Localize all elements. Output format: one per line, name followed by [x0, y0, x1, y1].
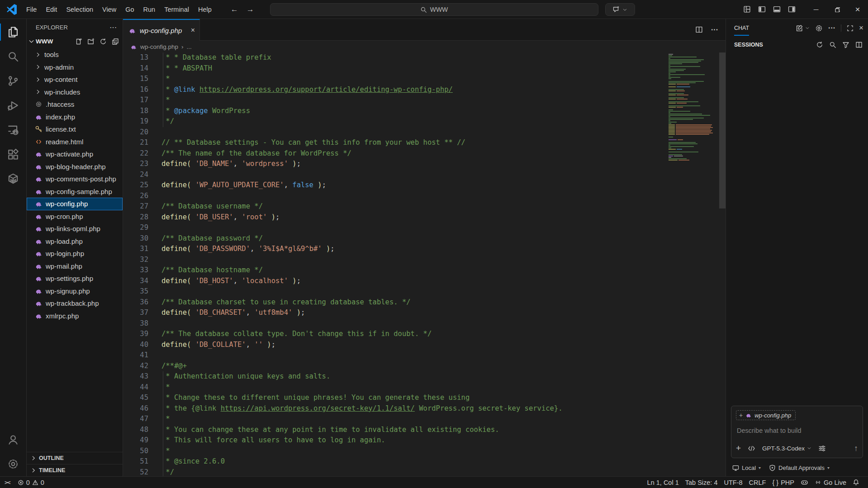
code-mode-icon[interactable] — [748, 445, 755, 452]
code-editor[interactable]: 13 * * Database table prefix14 * * ABSPA… — [123, 52, 726, 476]
collapse-folders-icon[interactable] — [112, 38, 119, 45]
code-line-21[interactable]: 21// ** Database settings - You can get … — [123, 137, 726, 148]
folder-wp-content[interactable]: wp-content — [27, 73, 123, 86]
code-line-29[interactable]: 29 — [123, 223, 726, 233]
refresh-sessions-icon[interactable] — [816, 41, 823, 48]
file-readme.html[interactable]: readme.html — [27, 136, 123, 148]
copilot-chat-button[interactable] — [605, 3, 635, 16]
activity-settings-gear-icon[interactable] — [0, 452, 26, 476]
code-line-14[interactable]: 14 * * ABSPATH — [123, 63, 726, 74]
context-chip[interactable]: + wp-config.php — [736, 410, 796, 420]
eol-indicator[interactable]: CRLF — [746, 479, 769, 486]
new-file-icon[interactable] — [75, 38, 82, 45]
chevron-down-icon[interactable] — [805, 26, 810, 30]
file-wp-links-opml.php[interactable]: wp-links-opml.php — [27, 223, 123, 235]
activity-files-icon[interactable] — [0, 20, 26, 44]
folder-tools[interactable]: tools — [27, 48, 123, 61]
file-wp-activate.php[interactable]: wp-activate.php — [27, 148, 123, 161]
file-license.txt[interactable]: license.txt — [27, 123, 123, 136]
code-line-18[interactable]: 18 * @package WordPress — [123, 106, 726, 117]
code-line-52[interactable]: 52 */ — [123, 467, 726, 477]
menu-view[interactable]: View — [98, 3, 121, 16]
code-line-41[interactable]: 41 — [123, 350, 726, 361]
menu-go[interactable]: Go — [121, 3, 138, 16]
send-button[interactable]: ↑ — [854, 444, 858, 453]
menu-selection[interactable]: Selection — [62, 3, 98, 16]
code-line-16[interactable]: 16 * @link https://wordpress.org/support… — [123, 85, 726, 95]
environment-selector[interactable]: Local ▾ — [732, 464, 761, 471]
folder-wp-admin[interactable]: wp-admin — [27, 61, 123, 74]
file-.htaccess[interactable]: .htaccess — [27, 98, 123, 111]
minimize-button[interactable]: ─ — [806, 0, 826, 19]
file-wp-blog-header.php[interactable]: wp-blog-header.php — [27, 161, 123, 173]
code-line-23[interactable]: 23define( 'DB_NAME', 'wordpress' ); — [123, 159, 726, 170]
forward-button[interactable]: → — [244, 5, 257, 14]
file-wp-load.php[interactable]: wp-load.php — [27, 235, 123, 248]
code-line-35[interactable]: 35 — [123, 286, 726, 297]
remote-indicator[interactable]: >< — [5, 479, 14, 486]
code-line-47[interactable]: 47 * — [123, 414, 726, 425]
toggle-panel-icon[interactable] — [773, 5, 781, 13]
split-editor-icon[interactable] — [695, 26, 703, 33]
code-line-27[interactable]: 27/** Database username */ — [123, 201, 726, 212]
code-line-30[interactable]: 30/** Database password */ — [123, 233, 726, 244]
split-view-icon[interactable] — [855, 41, 863, 48]
file-wp-signup.php[interactable]: wp-signup.php — [27, 285, 123, 298]
back-button[interactable]: ← — [228, 5, 241, 14]
code-line-20[interactable]: 20 — [123, 127, 726, 138]
model-picker[interactable]: GPT-5.3-Codex — [762, 445, 811, 452]
editor-scrollbar[interactable] — [719, 52, 726, 208]
file-wp-login.php[interactable]: wp-login.php — [27, 247, 123, 260]
cursor-position[interactable]: Ln 1, Col 1 — [644, 479, 682, 486]
code-line-34[interactable]: 34define( 'DB_HOST', 'localhost' ); — [123, 276, 726, 287]
activity-search-icon[interactable] — [0, 44, 26, 69]
outline-panel-header[interactable]: OUTLINE — [27, 452, 123, 464]
tune-settings-icon[interactable] — [818, 445, 826, 452]
minimap[interactable] — [667, 54, 718, 161]
menu-run[interactable]: Run — [139, 3, 160, 16]
code-line-51[interactable]: 51 * @since 2.6.0 — [123, 456, 726, 467]
activity-containers-icon[interactable] — [0, 166, 26, 191]
activity-account-icon[interactable] — [0, 427, 26, 452]
tab-chat[interactable]: CHAT — [734, 20, 749, 36]
filter-icon[interactable] — [842, 41, 849, 48]
code-line-22[interactable]: 22/** The name of the database for WordP… — [123, 148, 726, 159]
file-xmlrpc.php[interactable]: xmlrpc.php — [27, 310, 123, 322]
expand-panel-icon[interactable] — [847, 25, 854, 32]
toggle-primary-sidebar-icon[interactable] — [758, 5, 766, 13]
code-line-44[interactable]: 44 * — [123, 382, 726, 393]
code-line-42[interactable]: 42/**#@+ — [123, 361, 726, 372]
customize-layout-icon[interactable] — [743, 5, 751, 13]
restore-button[interactable] — [826, 0, 847, 19]
close-panel-icon[interactable]: × — [859, 24, 863, 33]
breadcrumb-tail[interactable]: ... — [187, 43, 192, 50]
command-center-search[interactable]: WWW — [270, 3, 598, 16]
code-line-32[interactable]: 32 — [123, 255, 726, 265]
tab-wp-config[interactable]: wp-config.php × — [123, 19, 200, 41]
copilot-status[interactable] — [797, 479, 811, 486]
file-wp-mail.php[interactable]: wp-mail.php — [27, 260, 123, 273]
new-chat-icon[interactable] — [796, 24, 803, 32]
language-mode[interactable]: { } PHP — [769, 479, 797, 486]
menu-terminal[interactable]: Terminal — [160, 3, 194, 16]
file-wp-config.php[interactable]: wp-config.php — [27, 198, 123, 210]
code-line-43[interactable]: 43 * Authentication unique keys and salt… — [123, 371, 726, 382]
activity-remote-explorer-icon[interactable] — [0, 118, 26, 142]
code-line-45[interactable]: 45 * Change these to different unique ph… — [123, 393, 726, 403]
close-window-button[interactable]: × — [847, 0, 868, 19]
chat-settings-gear-icon[interactable] — [815, 24, 823, 32]
file-wp-config-sample.php[interactable]: wp-config-sample.php — [27, 185, 123, 198]
menu-edit[interactable]: Edit — [41, 3, 62, 16]
go-live-button[interactable]: Go Live — [811, 479, 849, 486]
activity-source-control-icon[interactable] — [0, 69, 26, 93]
new-folder-icon[interactable] — [87, 38, 95, 45]
code-line-19[interactable]: 19 */ — [123, 116, 726, 127]
file-wp-trackback.php[interactable]: wp-trackback.php — [27, 297, 123, 310]
activity-extensions-icon[interactable] — [0, 142, 26, 166]
breadcrumb[interactable]: wp-config.php › ... — [123, 41, 726, 52]
code-line-33[interactable]: 33/** Database hostname */ — [123, 265, 726, 276]
file-index.php[interactable]: index.php — [27, 111, 123, 123]
toggle-secondary-sidebar-icon[interactable] — [788, 5, 796, 13]
code-line-48[interactable]: 48 * You can change these at any point i… — [123, 425, 726, 436]
code-line-37[interactable]: 37define( 'DB_CHARSET', 'utf8mb4' ); — [123, 308, 726, 318]
